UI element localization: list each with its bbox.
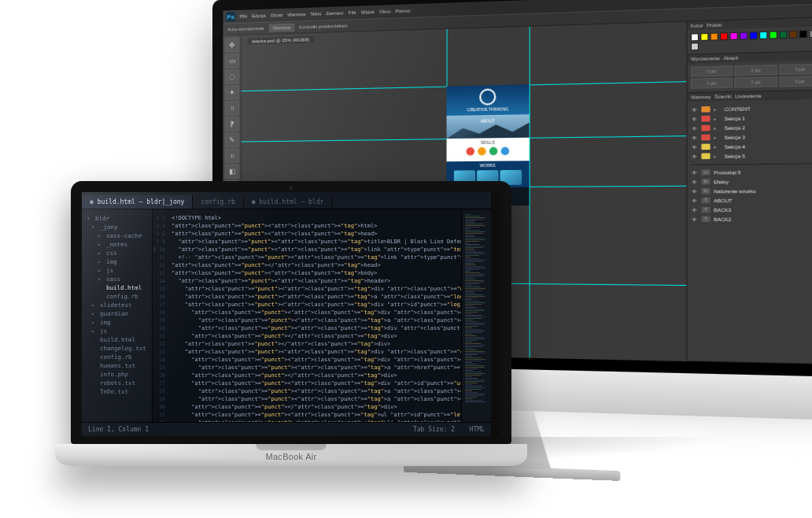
- sidebar-file[interactable]: config.rb: [87, 353, 149, 361]
- sidebar-folder[interactable]: ▸css: [87, 249, 149, 257]
- folder-icon[interactable]: ▸: [714, 134, 721, 140]
- sidebar-file[interactable]: humans.txt: [87, 361, 149, 370]
- visibility-icon[interactable]: 👁: [691, 117, 698, 122]
- sidebar-folder[interactable]: ▸guardian: [87, 309, 149, 318]
- panel-tab[interactable]: Próbki: [707, 22, 722, 28]
- ps-menu-item[interactable]: Edycja: [252, 13, 266, 19]
- layer-row[interactable]: 👁fxNałożenie wzorku: [691, 186, 812, 196]
- panel-tab[interactable]: Warstwy: [691, 94, 711, 100]
- swatch[interactable]: [720, 32, 728, 40]
- visibility-icon[interactable]: 👁: [691, 216, 698, 221]
- swatch[interactable]: [770, 31, 777, 39]
- ps-menu-item[interactable]: Plik: [240, 13, 247, 18]
- sidebar-folder[interactable]: ▾_jony: [87, 223, 149, 231]
- editor-tab[interactable]: ● build.html — bldr: [244, 195, 333, 209]
- ps-menu-item[interactable]: Warstwa: [287, 12, 305, 17]
- align-field[interactable]: 0 pkt: [691, 65, 733, 76]
- ps-option-mode[interactable]: Warstwa: [269, 24, 295, 32]
- visibility-icon[interactable]: 👁: [691, 188, 698, 194]
- panel-tab[interactable]: Ścieżki: [714, 94, 732, 99]
- sidebar-folder[interactable]: ▸img: [87, 318, 149, 327]
- visibility-icon[interactable]: 👁: [691, 154, 698, 159]
- ps-menu-item[interactable]: Obraz: [270, 13, 282, 18]
- visibility-icon[interactable]: 👁: [691, 198, 698, 203]
- code-area[interactable]: 1 2 3 4 5 6 7 8 9 10 11 12 13 14 15 16 1…: [153, 209, 461, 422]
- sidebar-file[interactable]: config.rb: [87, 292, 149, 301]
- guide-v[interactable]: [530, 27, 530, 358]
- layer-row[interactable]: 👁fxEfekty: [691, 176, 812, 187]
- folder-icon[interactable]: ▸: [714, 125, 721, 131]
- swatch[interactable]: [710, 33, 718, 41]
- sidebar-file[interactable]: robots.txt: [87, 379, 149, 387]
- wand-tool-icon[interactable]: ✦: [225, 85, 238, 99]
- sidebar-root[interactable]: ▾bldr: [87, 214, 149, 223]
- brush-tool-icon[interactable]: ✎: [225, 133, 238, 147]
- ps-option-auto[interactable]: Auto-zaznaczanie: [227, 26, 264, 31]
- crop-tool-icon[interactable]: ⌗: [225, 101, 238, 115]
- visibility-icon[interactable]: 👁: [691, 170, 698, 176]
- swatches-grid[interactable]: [691, 30, 812, 50]
- eyedropper-tool-icon[interactable]: ⁋: [225, 117, 238, 131]
- swatch[interactable]: [759, 31, 767, 39]
- swatch[interactable]: [809, 30, 812, 38]
- folder-icon[interactable]: ▸: [714, 116, 721, 122]
- status-tab-size[interactable]: Tab Size: 2: [413, 426, 455, 433]
- align-field[interactable]: 0 pkt: [735, 76, 777, 87]
- panel-tab[interactable]: Kolor: [691, 23, 703, 28]
- swatch[interactable]: [729, 32, 737, 40]
- status-language[interactable]: HTML: [470, 426, 485, 433]
- ps-option-bounds[interactable]: Kontrolki przekształcen: [299, 24, 348, 30]
- sidebar-file[interactable]: changelog.txt: [87, 344, 149, 353]
- sidebar-folder[interactable]: ▸img: [87, 257, 149, 266]
- ps-menu-item[interactable]: Pomoc: [396, 8, 411, 13]
- sidebar-folder[interactable]: ▸sass-cache: [87, 231, 149, 240]
- sidebar-folder[interactable]: ▸_notes: [87, 240, 149, 249]
- swatch[interactable]: [799, 30, 807, 38]
- panel-tab[interactable]: Akapit: [724, 55, 739, 61]
- sidebar-folder[interactable]: ▸js: [87, 327, 149, 335]
- swatch[interactable]: [691, 33, 699, 41]
- panel-tab[interactable]: Ustawienia: [735, 94, 761, 99]
- sidebar-folder[interactable]: ▸sass: [87, 275, 149, 283]
- visibility-icon[interactable]: 👁: [691, 144, 698, 150]
- ps-menu-item[interactable]: Widok: [361, 9, 375, 15]
- swatch[interactable]: [789, 31, 797, 39]
- folder-icon[interactable]: ▸: [714, 153, 721, 159]
- sidebar-file[interactable]: build.html: [87, 335, 149, 344]
- editor-tab[interactable]: ● build.html — bldr|_jony: [82, 195, 193, 209]
- sidebar-file[interactable]: ToDo.txt: [87, 387, 149, 396]
- align-field[interactable]: 0 pkt: [735, 65, 777, 76]
- editor-tab[interactable]: config.rb: [193, 195, 243, 209]
- eraser-tool-icon[interactable]: ◧: [225, 165, 238, 179]
- align-field[interactable]: 0 pkt: [779, 64, 812, 75]
- swatch[interactable]: [700, 33, 708, 41]
- ps-document-tab[interactable]: latarka.psd @ 25% (RGB/8): [247, 36, 314, 45]
- align-field[interactable]: 0 pkt: [691, 78, 733, 89]
- swatch[interactable]: [691, 43, 699, 50]
- visibility-icon[interactable]: 👁: [691, 107, 698, 113]
- ps-menu-item[interactable]: Zaznacz: [326, 10, 344, 16]
- panel-tab[interactable]: Wyrównanie: [691, 56, 720, 61]
- visibility-icon[interactable]: 👁: [691, 179, 698, 185]
- visibility-icon[interactable]: 👁: [691, 135, 698, 140]
- sidebar-file[interactable]: info.php: [87, 370, 149, 379]
- layer-row[interactable]: 👁TABOUT: [691, 195, 812, 205]
- layer-row[interactable]: 👁TBACK3: [691, 205, 812, 214]
- swatch[interactable]: [740, 31, 747, 39]
- align-field[interactable]: 0 pkt: [779, 76, 812, 87]
- folder-icon[interactable]: ▸: [714, 106, 721, 113]
- folder-icon[interactable]: ▸: [714, 143, 721, 150]
- stamp-tool-icon[interactable]: ⎌: [225, 149, 238, 163]
- move-tool-icon[interactable]: ✥: [225, 38, 238, 53]
- swatch[interactable]: [779, 31, 787, 39]
- layer-row[interactable]: 👁▭Prostokąt 5: [691, 167, 812, 177]
- sidebar-folder[interactable]: ▸slidetest: [87, 301, 149, 309]
- ps-menu-item[interactable]: Filtr: [349, 10, 356, 15]
- visibility-icon[interactable]: 👁: [691, 126, 698, 131]
- ps-menu-item[interactable]: Tekst: [310, 11, 321, 17]
- layer-row[interactable]: 👁TBACK2: [691, 214, 812, 224]
- layer-row[interactable]: 👁▸Sekcja 5: [691, 150, 812, 161]
- sidebar-file[interactable]: build.html: [87, 283, 149, 292]
- visibility-icon[interactable]: 👁: [691, 207, 698, 212]
- minimap[interactable]: [461, 209, 491, 422]
